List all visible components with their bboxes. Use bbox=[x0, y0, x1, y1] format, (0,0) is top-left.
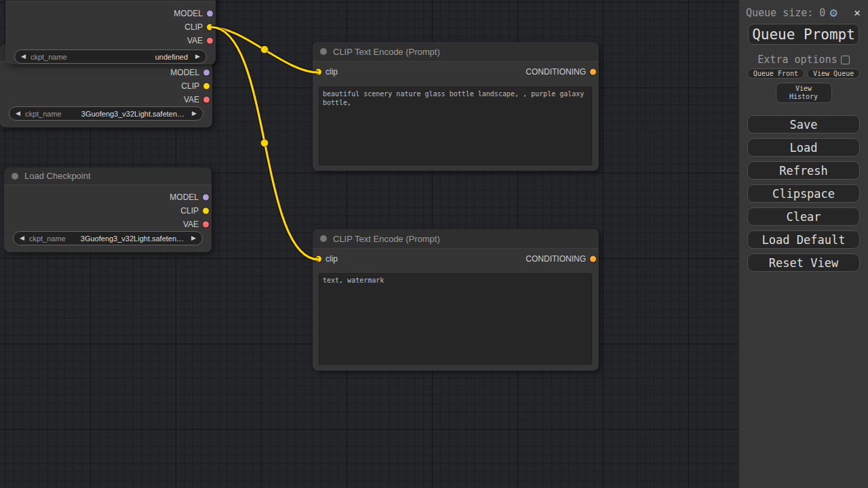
node-title-bar[interactable]: CLIP Text Encode (Prompt) bbox=[313, 229, 599, 249]
reset-view-button[interactable]: Reset View bbox=[747, 253, 860, 272]
output-slot-model: MODEL bbox=[4, 190, 212, 204]
output-slot-vae: VAE bbox=[0, 93, 212, 106]
comfy-menu-panel: Queue size: 0 ⚙ ✕ Queue Prompt Extra opt… bbox=[739, 0, 868, 488]
vae-output-dot[interactable] bbox=[207, 38, 213, 44]
queue-status-row: Queue size: 0 ⚙ ✕ bbox=[739, 0, 868, 19]
node-title: CLIP Text Encode (Prompt) bbox=[333, 47, 440, 57]
extra-options-checkbox[interactable] bbox=[841, 56, 850, 64]
combo-prev-icon[interactable]: ◀ bbox=[20, 235, 24, 241]
node-status-dot bbox=[320, 235, 327, 242]
model-output-dot[interactable] bbox=[207, 11, 213, 17]
clip-output-dot[interactable] bbox=[207, 24, 213, 30]
view-history-button[interactable]: View History bbox=[776, 83, 832, 103]
extra-options-label: Extra options bbox=[757, 54, 837, 66]
combo-next-icon[interactable]: ▶ bbox=[191, 235, 196, 241]
output-slot-clip: CLIP bbox=[4, 204, 212, 218]
view-queue-button[interactable]: View Queue bbox=[807, 68, 860, 79]
negative-prompt-textarea[interactable]: text, watermark bbox=[319, 273, 592, 365]
node-clip-text-encode-positive[interactable]: CLIP Text Encode (Prompt) clip CONDITION… bbox=[313, 42, 599, 171]
save-button[interactable]: Save bbox=[747, 115, 860, 134]
refresh-button[interactable]: Refresh bbox=[747, 161, 860, 180]
model-output-dot[interactable] bbox=[203, 70, 210, 76]
vae-output-dot[interactable] bbox=[203, 97, 210, 103]
ckpt-name-combo-widget[interactable]: ◀ ckpt_name 3Guofeng3_v32Light.safeten… … bbox=[9, 106, 203, 121]
output-slot-clip: CLIP bbox=[0, 79, 212, 93]
node-title: Load Checkpoint bbox=[24, 171, 91, 181]
node-graph-canvas[interactable]: Load Checkpoint MODEL CLIP VAE ◀ ckpt_na… bbox=[0, 0, 739, 488]
node-load-checkpoint-top[interactable]: MODEL CLIP VAE ◀ ckpt_name undefined ▶ bbox=[5, 0, 216, 64]
clip-input-dot[interactable] bbox=[315, 256, 321, 262]
settings-gear-icon[interactable]: ⚙ bbox=[829, 6, 837, 19]
node-load-checkpoint-bottom[interactable]: Load Checkpoint MODEL CLIP VAE ◀ ckpt_na… bbox=[4, 167, 212, 252]
queue-actions-row: Queue Front View Queue bbox=[747, 68, 860, 79]
positive-prompt-textarea[interactable]: beautiful scenery nature glass bottle la… bbox=[319, 87, 592, 165]
output-slot-clip: CLIP bbox=[5, 20, 216, 34]
queue-size-label: Queue size: 0 bbox=[746, 7, 825, 19]
conditioning-output-dot[interactable] bbox=[590, 69, 596, 75]
node-status-dot bbox=[12, 173, 18, 180]
combo-next-icon[interactable]: ▶ bbox=[192, 110, 197, 117]
close-icon[interactable]: ✕ bbox=[852, 6, 862, 19]
clip-output-dot[interactable] bbox=[203, 83, 210, 89]
node-title: CLIP Text Encode (Prompt) bbox=[333, 234, 440, 244]
clip-input-dot[interactable] bbox=[315, 69, 321, 75]
node-title-bar[interactable]: CLIP Text Encode (Prompt) bbox=[313, 42, 599, 62]
load-default-button[interactable]: Load Default bbox=[747, 230, 860, 249]
link-midpoint-dot[interactable] bbox=[261, 46, 269, 54]
load-button[interactable]: Load bbox=[747, 138, 860, 157]
combo-prev-icon[interactable]: ◀ bbox=[16, 110, 20, 117]
queue-front-button[interactable]: Queue Front bbox=[747, 68, 804, 79]
vae-output-dot[interactable] bbox=[203, 222, 209, 228]
combo-next-icon[interactable]: ▶ bbox=[195, 54, 200, 60]
node-title-bar[interactable]: Load Checkpoint bbox=[4, 167, 212, 185]
ckpt-name-combo-widget[interactable]: ◀ ckpt_name undefined ▶ bbox=[14, 49, 207, 64]
output-slot-model: MODEL bbox=[5, 7, 216, 20]
output-slot-vae: VAE bbox=[5, 34, 216, 47]
clipspace-button[interactable]: Clipspace bbox=[747, 184, 860, 203]
link-clip-to-positive bbox=[211, 27, 319, 73]
output-slot-model: MODEL bbox=[0, 66, 212, 79]
queue-prompt-button[interactable]: Queue Prompt bbox=[748, 24, 859, 45]
clear-button[interactable]: Clear bbox=[747, 207, 860, 226]
ckpt-name-combo-widget[interactable]: ◀ ckpt_name 3Guofeng3_v32Light.safeten… … bbox=[13, 231, 203, 245]
link-midpoint-dot[interactable] bbox=[261, 140, 269, 147]
io-slot-row: clip CONDITIONING bbox=[313, 62, 599, 82]
node-status-dot bbox=[320, 48, 327, 55]
node-clip-text-encode-negative[interactable]: CLIP Text Encode (Prompt) clip CONDITION… bbox=[313, 229, 599, 371]
link-clip-to-negative bbox=[211, 27, 319, 260]
clip-output-dot[interactable] bbox=[203, 208, 209, 214]
extra-options-row: Extra options bbox=[757, 54, 849, 66]
output-slot-vae: VAE bbox=[4, 218, 212, 231]
conditioning-output-dot[interactable] bbox=[590, 256, 596, 262]
model-output-dot[interactable] bbox=[203, 195, 209, 201]
combo-prev-icon[interactable]: ◀ bbox=[21, 54, 26, 60]
io-slot-row: clip CONDITIONING bbox=[313, 249, 599, 269]
